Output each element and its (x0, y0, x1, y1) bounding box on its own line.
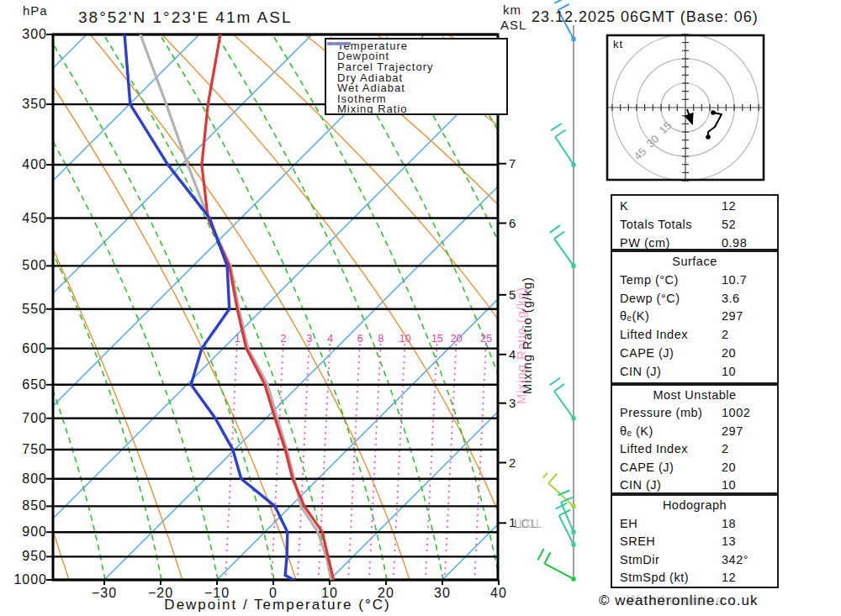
dry-adiabat-line (233, 34, 637, 580)
stat-row: K12 (612, 197, 777, 215)
stats-panel-header: Hodograph (612, 497, 777, 515)
mixing-ratio-value-label: 6 (357, 333, 363, 345)
stat-value: 13 (722, 533, 736, 551)
stat-label: θₑ(K) (620, 309, 649, 323)
pressure-tick-label: 750 (8, 442, 47, 457)
barb-tick (561, 498, 573, 503)
stat-value: 10 (722, 363, 736, 382)
mixing-ratio-value-label: 25 (480, 333, 492, 345)
stat-label: PW (cm) (620, 236, 670, 250)
stat-label: CIN (J) (620, 365, 661, 378)
dry-adiabat-line (19, 34, 296, 580)
stat-row: θₑ(K)297 (612, 308, 777, 326)
mixing-ratio-value-label: 4 (327, 333, 333, 345)
pressure-tick-label: 300 (8, 27, 47, 42)
x-axis-title: Dewpoint / Temperature (°C) (164, 597, 390, 613)
isotherm-line (0, 34, 537, 580)
mixing-ratio-value-label: 15 (431, 333, 443, 345)
barb-tick (554, 384, 564, 392)
mixing-ratio-value-label: 3 (306, 333, 312, 345)
stat-row: StmSpd (kt)12 (612, 569, 777, 587)
stat-label: Lifted Index (620, 328, 688, 341)
hodograph-trace-dot (706, 134, 711, 140)
wet-adiabat-line (47, 34, 274, 580)
pressure-tick-label: 350 (8, 97, 47, 112)
temp-tick-label: 10 (321, 586, 338, 601)
stat-label: CAPE (J) (620, 346, 674, 360)
stats-panel-header: Surface (612, 253, 777, 271)
stat-label: StmDir (620, 553, 659, 566)
stat-label: Pressure (mb) (620, 406, 702, 419)
mixing-ratio-line (369, 345, 381, 580)
stat-row: Pressure (mb)1002 (612, 404, 777, 422)
km-tick-label: 4 (509, 347, 516, 361)
mixing-ratio-line (394, 345, 405, 580)
stat-row: Totals Totals52 (612, 215, 777, 234)
stat-value: 1002 (722, 404, 750, 422)
pressure-tick-label: 950 (8, 549, 47, 564)
pressure-tick-label: 850 (8, 498, 47, 513)
stat-label: EH (620, 517, 637, 530)
legend-item-label: Mixing Ratio (337, 103, 408, 115)
stat-value: 297 (722, 308, 743, 326)
pressure-tick-label: 450 (8, 211, 47, 226)
stat-row: θₑ (K)297 (612, 423, 777, 440)
stat-row: Lifted Index2 (612, 440, 777, 458)
stats-panel-header: Most Unstable (612, 387, 777, 404)
isotherm-line (0, 34, 425, 580)
km-tick-label: 3 (509, 396, 516, 410)
stat-row: StmDir342° (612, 551, 777, 570)
stat-label: CIN (J) (620, 478, 661, 492)
barb-shaft (554, 239, 574, 266)
stats-panel-most-unstable: Most UnstablePressure (mb)1002θₑ (K)297L… (611, 384, 779, 494)
stat-row: SREH13 (612, 533, 777, 551)
curve-dewpoint (124, 34, 294, 580)
wet-adiabat-line (216, 34, 443, 580)
pressure-tick-label: 1000 (8, 572, 47, 587)
stat-label: K (620, 199, 628, 213)
wind-barb (556, 503, 576, 547)
stat-value: 12 (722, 197, 736, 215)
km-tick-label: 6 (509, 216, 516, 230)
pressure-tick-label: 600 (8, 341, 47, 356)
hodograph-trace (708, 113, 722, 137)
stat-value: 297 (722, 423, 743, 440)
stat-value: 12 (722, 569, 736, 587)
stat-value: 342° (722, 551, 748, 570)
pressure-tick-label: 400 (8, 157, 47, 172)
stat-value: 52 (722, 215, 736, 234)
temp-tick-label: 40 (490, 586, 507, 601)
temp-tick-label: −20 (148, 586, 173, 601)
stat-value: 20 (722, 459, 736, 476)
hodograph-unit-label: kt (613, 38, 623, 50)
hodograph-trace-dot (711, 110, 716, 115)
stat-row: EH18 (612, 515, 777, 534)
stat-label: Lifted Index (620, 442, 688, 455)
stat-row: CAPE (J)20 (612, 459, 777, 476)
stat-row: Temp (°C)10.7 (612, 271, 777, 290)
legend-item: Mixing Ratio (331, 104, 506, 115)
barb-level-dot (572, 504, 576, 508)
pressure-tick-label: 700 (8, 411, 47, 426)
mixing-ratio-value-label: 8 (378, 333, 383, 345)
stat-label: Temp (°C) (620, 273, 679, 287)
stat-value: 10 (722, 476, 736, 494)
run-date-label: 23.12.2025 06GMT (Base: 06) (532, 8, 759, 26)
stat-value: 10.7 (722, 271, 747, 290)
page-title: 38°52'N 1°23'E 41m ASL (78, 8, 292, 27)
copyright-label: © weatheronline.co.uk (599, 592, 758, 609)
mixing-ratio-value-label: 2 (281, 333, 287, 345)
barb-level-dot (572, 416, 576, 420)
temp-tick-label: 0 (269, 586, 278, 601)
hodograph-storm-vector (687, 109, 692, 124)
barb-level-dot (572, 542, 576, 546)
chart-legend: TemperatureDewpointParcel TrajectoryDry … (325, 38, 508, 115)
stat-label: CAPE (J) (620, 461, 674, 474)
temp-tick-label: 20 (378, 586, 394, 601)
stat-label: Dewp (°C) (620, 292, 680, 305)
barb-shaft (545, 564, 574, 579)
km-tick-label: 2 (509, 455, 516, 470)
legend-swatch-dots (326, 39, 352, 48)
mixing-ratio-value-label: 20 (451, 333, 463, 345)
hodograph (607, 34, 764, 181)
